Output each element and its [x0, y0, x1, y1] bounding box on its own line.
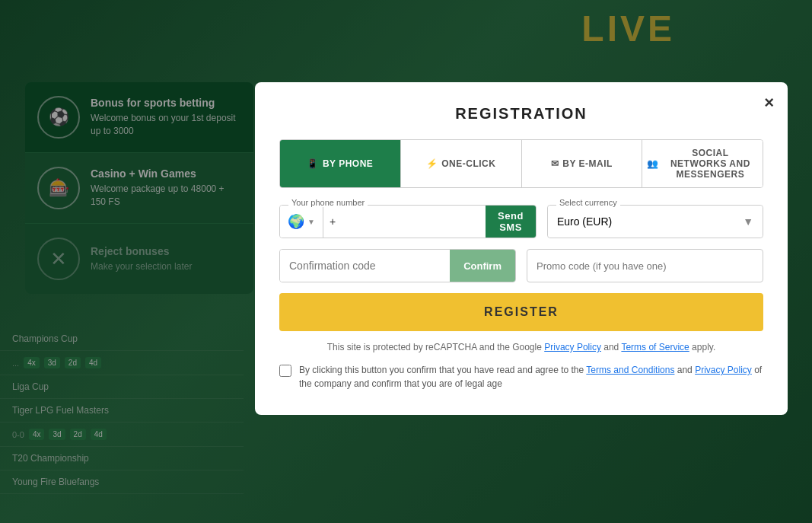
- email-tab-icon: ✉: [551, 158, 559, 169]
- phone-currency-row: Your phone number 🌍 ▼ + Send SMS Select …: [279, 205, 763, 238]
- confirmation-input-group: Confirm: [279, 249, 516, 282]
- email-tab-label: BY E-MAIL: [562, 158, 613, 169]
- currency-select-wrapper: Euro (EUR) USD (USD) GBP (GBP) RUB (RUB)…: [547, 205, 763, 238]
- phone-tab-icon: 📱: [307, 158, 319, 169]
- promo-code-input[interactable]: [527, 249, 763, 282]
- register-button[interactable]: REGISTER: [279, 293, 763, 331]
- tab-social[interactable]: 👥 SOCIAL NETWORKS AND MESSENGERS: [642, 140, 763, 187]
- currency-label: Select currency: [556, 198, 620, 207]
- phone-input-wrapper: 🌍 ▼ + Send SMS: [279, 205, 537, 238]
- tab-phone[interactable]: 📱 BY PHONE: [280, 140, 401, 187]
- phone-tab-label: BY PHONE: [323, 158, 373, 169]
- privacy-policy-link[interactable]: Privacy Policy: [544, 342, 601, 352]
- privacy-policy-link2[interactable]: Privacy Policy: [695, 365, 752, 375]
- phone-plus: +: [323, 206, 340, 238]
- social-tab-label: SOCIAL NETWORKS AND MESSENGERS: [663, 148, 758, 180]
- recaptcha-notice: This site is protected by reCAPTCHA and …: [279, 342, 763, 352]
- flag-icon: 🌍: [288, 213, 304, 230]
- terms-text: By clicking this button you confirm that…: [299, 363, 763, 391]
- terms-checkbox[interactable]: [279, 365, 291, 377]
- confirmation-code-input[interactable]: [280, 250, 450, 282]
- terms-prefix: By clicking this button you confirm that…: [299, 365, 584, 375]
- apply-text: apply.: [692, 342, 715, 352]
- tab-email[interactable]: ✉ BY E-MAIL: [522, 140, 643, 187]
- tab-oneclick[interactable]: ⚡ ONE-CLICK: [401, 140, 522, 187]
- modal-title: REGISTRATION: [279, 105, 763, 123]
- and-text2: and: [677, 365, 693, 375]
- phone-label: Your phone number: [288, 198, 368, 207]
- phone-number-input[interactable]: [340, 206, 486, 238]
- social-tab-icon: 👥: [647, 158, 659, 169]
- currency-select[interactable]: Euro (EUR) USD (USD) GBP (GBP) RUB (RUB): [548, 206, 763, 238]
- promo-input-group: [527, 249, 763, 282]
- oneclick-tab-label: ONE-CLICK: [441, 158, 495, 169]
- terms-service-link[interactable]: Terms of Service: [621, 342, 689, 352]
- confirmation-wrapper: Confirm: [279, 249, 516, 282]
- terms-row: By clicking this button you confirm that…: [279, 363, 763, 391]
- phone-input-group: Your phone number 🌍 ▼ + Send SMS: [279, 205, 537, 238]
- confirm-button[interactable]: Confirm: [450, 250, 515, 282]
- close-button[interactable]: ×: [764, 93, 774, 113]
- registration-tabs: 📱 BY PHONE ⚡ ONE-CLICK ✉ BY E-MAIL 👥 SOC…: [279, 139, 763, 188]
- registration-modal: × REGISTRATION 📱 BY PHONE ⚡ ONE-CLICK ✉ …: [255, 82, 788, 415]
- flag-chevron-icon: ▼: [307, 218, 315, 226]
- send-sms-button[interactable]: Send SMS: [486, 206, 536, 238]
- oneclick-tab-icon: ⚡: [426, 158, 438, 169]
- flag-dropdown[interactable]: 🌍 ▼: [280, 206, 323, 238]
- recaptcha-text: This site is protected by reCAPTCHA and …: [327, 342, 542, 352]
- currency-input-group: Select currency Euro (EUR) USD (USD) GBP…: [547, 205, 763, 238]
- terms-conditions-link[interactable]: Terms and Conditions: [586, 365, 674, 375]
- confirmation-promo-row: Confirm: [279, 249, 763, 282]
- and-text: and: [603, 342, 619, 352]
